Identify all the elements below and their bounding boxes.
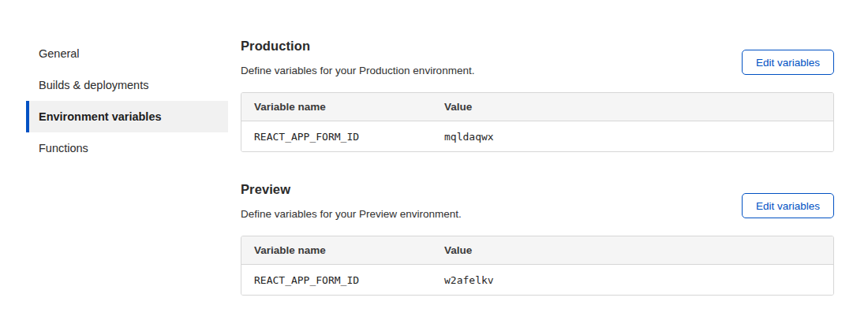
variable-value-cell: w2afelkv (432, 265, 833, 295)
sidebar-item-label: Environment variables (39, 110, 162, 123)
sidebar-item-label: General (39, 47, 80, 60)
edit-variables-button-preview[interactable]: Edit variables (742, 193, 834, 218)
column-header-variable-name: Variable name (241, 236, 432, 265)
table-row: REACT_APP_FORM_ID w2afelkv (241, 265, 833, 295)
sidebar-item-general[interactable]: General (26, 38, 228, 69)
variable-value-cell: mqldaqwx (432, 121, 833, 151)
production-section: Production Define variables for your Pro… (241, 39, 834, 152)
sidebar-item-functions[interactable]: Functions (26, 132, 228, 164)
column-header-variable-name: Variable name (241, 93, 432, 121)
production-variables-table: Variable name Value REACT_APP_FORM_ID mq… (241, 92, 834, 152)
edit-variables-button-production[interactable]: Edit variables (742, 50, 834, 75)
variable-name-cell: REACT_APP_FORM_ID (241, 121, 432, 151)
sidebar-item-environment-variables[interactable]: Environment variables (26, 101, 228, 132)
column-header-value: Value (432, 236, 833, 265)
table-header-row: Variable name Value (241, 93, 833, 121)
production-section-header: Production Define variables for your Pro… (241, 39, 834, 76)
preview-variables-table: Variable name Value REACT_APP_FORM_ID w2… (241, 236, 834, 296)
preview-section: Preview Define variables for your Previe… (241, 182, 834, 296)
column-header-value: Value (432, 93, 833, 121)
production-section-text: Production Define variables for your Pro… (241, 39, 474, 76)
sidebar-item-builds-deployments[interactable]: Builds & deployments (26, 69, 228, 101)
table-row: REACT_APP_FORM_ID mqldaqwx (241, 121, 833, 151)
section-description: Define variables for your Preview enviro… (241, 208, 462, 220)
environment-variables-content: Production Define variables for your Pro… (241, 0, 834, 331)
settings-page: General Builds & deployments Environment… (0, 0, 868, 331)
sidebar-item-label: Functions (39, 142, 88, 154)
table-header-row: Variable name Value (241, 236, 833, 265)
preview-section-header: Preview Define variables for your Previe… (241, 182, 834, 220)
preview-section-text: Preview Define variables for your Previe… (241, 182, 462, 220)
section-title: Production (241, 39, 474, 54)
variable-name-cell: REACT_APP_FORM_ID (241, 265, 432, 295)
section-description: Define variables for your Production env… (241, 65, 474, 76)
sidebar-item-label: Builds & deployments (39, 79, 148, 91)
section-title: Preview (241, 182, 462, 197)
settings-sidebar: General Builds & deployments Environment… (0, 0, 228, 331)
